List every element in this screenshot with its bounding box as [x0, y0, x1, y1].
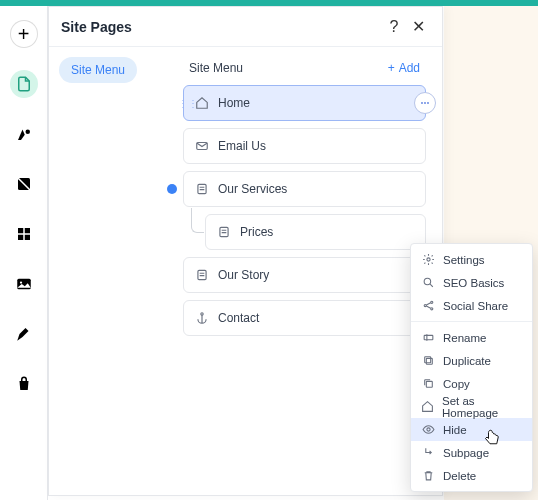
page-row-our-services[interactable]: Our Services	[183, 171, 426, 207]
menu-column: Site Menu + Add ⋮⋮ Home	[179, 47, 442, 495]
page-row-our-story[interactable]: Our Story	[183, 257, 426, 293]
page-label: Home	[218, 96, 415, 110]
ctx-delete[interactable]: Delete	[411, 464, 532, 487]
drag-handle-icon[interactable]: ⋮⋮	[178, 98, 188, 109]
ctx-label: Duplicate	[443, 355, 491, 367]
svg-rect-4	[18, 235, 23, 240]
page-label: Email Us	[218, 139, 415, 153]
ctx-label: Delete	[443, 470, 476, 482]
ctx-social[interactable]: Social Share	[411, 294, 532, 317]
svg-rect-2	[18, 228, 23, 233]
add-icon[interactable]: +	[10, 20, 38, 48]
svg-point-19	[426, 258, 429, 261]
svg-point-20	[424, 278, 431, 285]
menu-title: Site Menu	[189, 61, 243, 75]
ctx-label: Hide	[443, 424, 467, 436]
plus-icon: +	[388, 61, 395, 75]
eye-icon	[421, 423, 435, 437]
add-label: Add	[399, 61, 420, 75]
page-row-contact[interactable]: Contact	[183, 300, 426, 336]
svg-rect-25	[426, 358, 432, 364]
anchor-icon	[194, 310, 210, 326]
seo-icon	[421, 276, 435, 290]
page-icon	[194, 267, 210, 283]
site-menu-chip[interactable]: Site Menu	[59, 57, 137, 83]
page-row-prices[interactable]: Prices	[205, 214, 426, 250]
svg-rect-5	[24, 235, 29, 240]
ctx-label: Set as Homepage	[442, 395, 522, 419]
copy-icon	[421, 377, 435, 391]
svg-rect-24	[424, 335, 433, 339]
ctx-label: Social Share	[443, 300, 508, 312]
more-icon[interactable]	[414, 92, 436, 114]
ctx-label: SEO Basics	[443, 277, 504, 289]
svg-rect-3	[24, 228, 29, 233]
ctx-settings[interactable]: Settings	[411, 248, 532, 271]
theme-icon[interactable]	[10, 170, 38, 198]
rename-icon	[421, 331, 435, 345]
svg-point-22	[430, 301, 432, 303]
page-label: Prices	[240, 225, 415, 239]
page-label: Contact	[218, 311, 415, 325]
svg-rect-27	[426, 381, 432, 387]
left-rail: +	[0, 6, 48, 500]
page-icon	[194, 181, 210, 197]
close-icon[interactable]: ✕	[406, 15, 430, 39]
ctx-label: Copy	[443, 378, 470, 390]
ctx-label: Settings	[443, 254, 485, 266]
ctx-hide[interactable]: Hide	[411, 418, 532, 441]
trash-icon	[421, 469, 435, 483]
apps-icon[interactable]	[10, 220, 38, 248]
page-row-home[interactable]: ⋮⋮ Home	[183, 85, 426, 121]
subpage-icon	[421, 446, 435, 460]
site-pages-panel: Site Pages ? ✕ Site Menu Site Menu + Add…	[48, 6, 443, 496]
share-icon	[421, 299, 435, 313]
svg-point-7	[19, 281, 21, 283]
design-icon[interactable]	[10, 120, 38, 148]
tree-column: Site Menu	[49, 47, 179, 495]
ctx-label: Subpage	[443, 447, 489, 459]
ctx-homepage[interactable]: Set as Homepage	[411, 395, 532, 418]
collapse-icon[interactable]	[167, 184, 177, 194]
svg-point-18	[201, 313, 203, 315]
home-icon	[421, 400, 434, 414]
svg-point-21	[424, 304, 426, 306]
svg-rect-26	[424, 357, 430, 363]
duplicate-icon	[421, 354, 435, 368]
mail-icon	[194, 138, 210, 154]
svg-point-9	[424, 102, 426, 104]
svg-point-10	[427, 102, 429, 104]
page-label: Our Story	[218, 268, 415, 282]
ctx-rename[interactable]: Rename	[411, 326, 532, 349]
add-page-button[interactable]: + Add	[388, 61, 420, 75]
panel-header: Site Pages ? ✕	[49, 7, 442, 47]
help-icon[interactable]: ?	[382, 15, 406, 39]
svg-point-0	[25, 130, 30, 135]
ctx-subpage[interactable]: Subpage	[411, 441, 532, 464]
svg-point-28	[426, 428, 429, 431]
ctx-copy[interactable]: Copy	[411, 372, 532, 395]
context-menu: Settings SEO Basics Social Share Rename …	[410, 243, 533, 492]
page-label: Our Services	[218, 182, 415, 196]
page-list: ⋮⋮ Home Email Us	[183, 85, 426, 336]
pages-icon[interactable]	[10, 70, 38, 98]
blog-icon[interactable]	[10, 320, 38, 348]
media-icon[interactable]	[10, 270, 38, 298]
page-row-email-us[interactable]: Email Us	[183, 128, 426, 164]
panel-title: Site Pages	[61, 19, 382, 35]
store-icon[interactable]	[10, 370, 38, 398]
svg-point-23	[430, 308, 432, 310]
gear-icon	[421, 253, 435, 267]
ctx-duplicate[interactable]: Duplicate	[411, 349, 532, 372]
ctx-label: Rename	[443, 332, 486, 344]
page-icon	[216, 224, 232, 240]
svg-point-8	[421, 102, 423, 104]
ctx-seo[interactable]: SEO Basics	[411, 271, 532, 294]
